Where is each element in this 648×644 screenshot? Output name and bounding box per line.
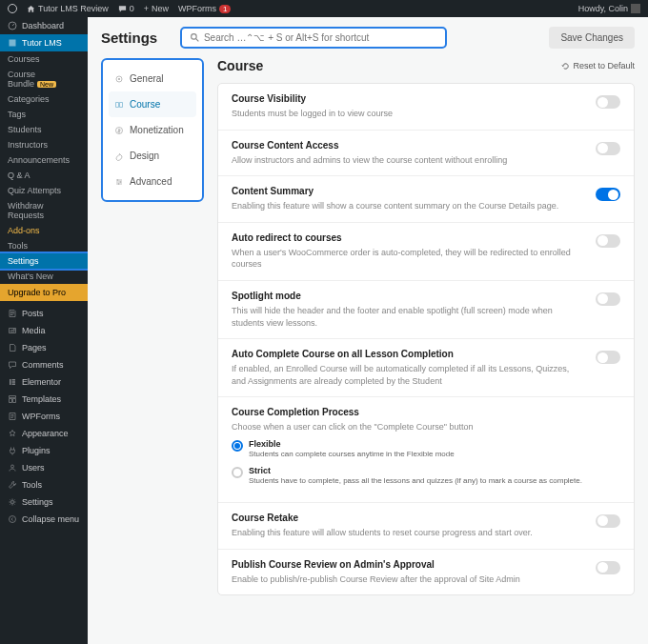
sidebar-item-tutor[interactable]: Tutor LMS [0, 34, 88, 51]
tab-general[interactable]: General [109, 66, 196, 91]
monetization-icon [114, 126, 124, 135]
toggle[interactable] [596, 561, 620, 574]
collapse-menu[interactable]: Collapse menu [0, 511, 88, 528]
tab-monetization[interactable]: Monetization [109, 117, 196, 143]
setting-desc: Choose when a user can click on the "Com… [232, 421, 620, 433]
svg-point-9 [118, 78, 120, 80]
radio-flexible[interactable] [232, 440, 243, 452]
user-greeting[interactable]: Howdy, Colin [578, 4, 640, 13]
sidebar-sub-withdraw-requests[interactable]: Withdraw Requests [0, 198, 88, 223]
setting-title: Auto redirect to courses [232, 232, 584, 243]
tab-design[interactable]: Design [109, 143, 196, 169]
svg-point-0 [9, 5, 17, 13]
toggle[interactable] [596, 142, 620, 155]
setting-desc: Enable to publish/re-publish Course Revi… [232, 574, 584, 586]
sidebar-sub-tags[interactable]: Tags [0, 107, 88, 122]
setting-title: Publish Course Review on Admin's Approva… [232, 559, 584, 570]
sidebar-item-tools[interactable]: Tools [0, 476, 88, 493]
setting-course-content-access: Course Content AccessAllow instructors a… [218, 131, 634, 177]
setting-desc: This will hide the header and the footer… [232, 305, 584, 329]
sidebar-item-comments[interactable]: Comments [0, 356, 88, 373]
sidebar-sub-categories[interactable]: Categories [0, 91, 88, 107]
media-icon [8, 326, 17, 335]
sidebar-item-pages[interactable]: Pages [0, 339, 88, 356]
setting-publish-course-review-on-admin-s-approval: Publish Course Review on Admin's Approva… [218, 550, 634, 595]
sidebar-item-dashboard[interactable]: Dashboard [0, 17, 88, 34]
sidebar-item-users[interactable]: Users [0, 459, 88, 476]
elementor-icon [8, 377, 17, 387]
sidebar-item-templates[interactable]: Templates [0, 391, 88, 408]
toggle[interactable] [596, 188, 620, 201]
setting-desc: If enabled, an Enrolled Course will be a… [232, 363, 584, 387]
settings-tabs: GeneralCourseMonetizationDesignAdvanced [101, 58, 204, 202]
sidebar-item-settings[interactable]: Settings [0, 493, 88, 511]
toggle[interactable] [596, 351, 620, 364]
page-title: Settings [101, 30, 157, 46]
new-link[interactable]: + New [144, 4, 169, 13]
sidebar-item-posts[interactable]: Posts [0, 305, 88, 322]
sidebar-sub-course-bundle[interactable]: Course BundleNew [0, 67, 88, 91]
tutor-icon [8, 38, 17, 48]
reset-to-default[interactable]: Reset to Default [561, 61, 635, 70]
sidebar-sub-quiz-attempts[interactable]: Quiz Attempts [0, 183, 88, 198]
radio-strict[interactable] [232, 467, 243, 478]
setting-spotlight-mode: Spotlight modeThis will hide the header … [218, 281, 634, 339]
svg-point-13 [118, 183, 120, 185]
save-button[interactable]: Save Changes [549, 27, 635, 49]
sidebar-item-wpforms[interactable]: WPForms [0, 408, 88, 425]
upgrade-to-pro[interactable]: Upgrade to Pro [0, 284, 88, 301]
reset-icon [561, 62, 570, 70]
sidebar-item-appearance[interactable]: Appearance [0, 425, 88, 442]
wpforms-link[interactable]: WPForms1 [178, 4, 231, 13]
posts-icon [8, 309, 17, 318]
setting-desc: Enabling this feature will allow student… [232, 527, 584, 539]
general-icon [114, 74, 124, 84]
sidebar-sub-courses[interactable]: Courses [0, 51, 88, 67]
settings-card: Course VisibilityStudents must be logged… [217, 83, 635, 595]
search-icon [190, 32, 200, 43]
site-name[interactable]: Tutor LMS Review [27, 4, 109, 13]
settings-icon [8, 497, 17, 507]
sidebar-item-plugins[interactable]: Plugins [0, 442, 88, 459]
users-icon [8, 463, 17, 473]
setting-title: Course Visibility [232, 93, 584, 104]
main-content: Settings Search …⌃⌥ + S or Alt+S for sho… [88, 17, 648, 644]
toggle[interactable] [596, 514, 620, 528]
svg-point-6 [10, 516, 16, 523]
toggle[interactable] [596, 234, 620, 248]
setting-course-retake: Course RetakeEnabling this feature will … [218, 503, 634, 550]
setting-title: Course Completion Process [232, 407, 620, 417]
search-placeholder: Search …⌃⌥ + S or Alt+S for shortcut [204, 32, 369, 43]
wp-logo[interactable] [8, 4, 17, 13]
setting-title: Spotlight mode [232, 291, 584, 301]
sidebar-sub-announcements[interactable]: Announcements [0, 152, 88, 168]
templates-icon [8, 394, 17, 404]
sidebar-sub-tools[interactable]: Tools [0, 238, 88, 253]
wpforms-icon [8, 412, 17, 421]
tab-advanced[interactable]: Advanced [109, 169, 196, 194]
sidebar-item-media[interactable]: Media [0, 322, 88, 339]
admin-sidebar: Dashboard Tutor LMS CoursesCourse Bundle… [0, 17, 88, 644]
comments-icon [8, 360, 17, 370]
sidebar-sub-students[interactable]: Students [0, 122, 88, 137]
search-box[interactable]: Search …⌃⌥ + S or Alt+S for shortcut [180, 27, 447, 49]
setting-title: Auto Complete Course on all Lesson Compl… [232, 349, 584, 359]
setting-title: Course Content Access [232, 140, 584, 151]
comments-link[interactable]: 0 [118, 4, 134, 13]
tab-course[interactable]: Course [109, 91, 196, 117]
svg-point-5 [11, 501, 14, 504]
plugins-icon [8, 446, 17, 455]
sidebar-sub-add-ons[interactable]: Add-ons [0, 223, 88, 238]
sidebar-sub-what-s-new[interactable]: What's New [0, 269, 88, 284]
svg-point-11 [117, 179, 119, 181]
toggle[interactable] [596, 95, 620, 109]
sidebar-sub-instructors[interactable]: Instructors [0, 137, 88, 152]
sidebar-sub-q-a[interactable]: Q & A [0, 168, 88, 183]
toggle[interactable] [596, 292, 620, 306]
sidebar-sub-settings[interactable]: Settings [0, 253, 88, 269]
collapse-icon [8, 514, 17, 524]
sidebar-item-elementor[interactable]: Elementor [0, 373, 88, 391]
setting-title: Content Summary [232, 186, 584, 196]
course-icon [114, 100, 124, 110]
svg-rect-3 [10, 40, 16, 47]
